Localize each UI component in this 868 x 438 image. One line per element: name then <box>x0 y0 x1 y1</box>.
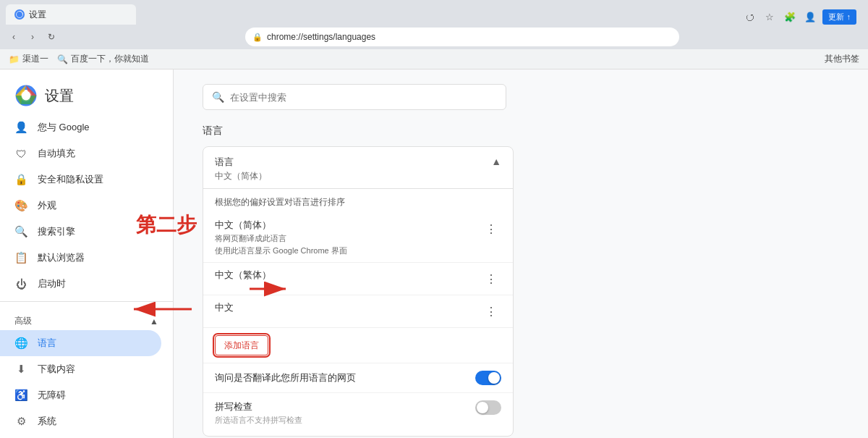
nav-buttons: ‹ › ↻ <box>6 29 59 45</box>
sidebar-label-startup: 启动时 <box>38 277 66 290</box>
card-header-title: 语言 <box>215 156 267 169</box>
sidebar-label-google: 您与 Google <box>38 121 90 134</box>
shield-icon: 🛡 <box>14 148 27 160</box>
chrome-logo <box>14 84 38 107</box>
baidu-icon: 🔍 <box>57 54 68 64</box>
profile-icon[interactable]: 👤 <box>802 9 818 25</box>
sidebar-item-google-account[interactable]: 👤 您与 Google <box>0 114 173 140</box>
extension-icon[interactable]: 🧩 <box>782 9 798 25</box>
advanced-section-label: 高级 ▲ <box>0 306 173 330</box>
translate-toggle-knob <box>488 372 500 384</box>
advanced-label-text: 高级 <box>14 315 32 327</box>
bookmark-channel[interactable]: 📁 渠道一 <box>9 53 48 65</box>
sidebar-divider <box>0 301 173 302</box>
search-box[interactable]: 🔍 <box>203 84 506 110</box>
chevron-up-icon: ▲ <box>150 316 158 327</box>
section-title: 语言 <box>203 125 839 138</box>
card-section-label: 根据您的偏好设置对语言进行排序 <box>203 189 513 213</box>
back-btn[interactable]: ‹ <box>6 29 22 45</box>
bookmark-baidu-label: 百度一下，你就知道 <box>71 53 149 65</box>
update-button[interactable]: 更新 ↑ <box>822 9 856 25</box>
sidebar-label-appearance: 外观 <box>38 199 56 212</box>
accessibility-icon: ♿ <box>14 389 27 402</box>
forward-btn[interactable]: › <box>25 29 41 45</box>
lang-name-1: 中文（简体） <box>215 219 347 232</box>
spellcheck-desc: 所选语言不支持拼写检查 <box>215 415 302 426</box>
translate-toggle-row: 询问是否翻译此您所用语言的网页 <box>203 363 513 393</box>
language-item-chinese: 中文 ⋮ <box>203 295 513 328</box>
tab-favicon <box>14 9 25 20</box>
sidebar-label-accessibility: 无障碍 <box>38 389 66 402</box>
lang-desc-1a: 将网页翻译成此语言 <box>215 233 347 244</box>
lang-desc-1b: 使用此语言显示 Google Chrome 界面 <box>215 245 347 256</box>
card-header-subtitle: 中文（简体） <box>215 170 267 182</box>
bookmarks-bar: 📁 渠道一 🔍 百度一下，你就知道 其他书签 <box>0 49 868 70</box>
lang-info-1: 中文（简体） 将网页翻译成此语言 使用此语言显示 Google Chrome 界… <box>215 219 347 256</box>
reload-btn[interactable]: ↻ <box>43 29 59 45</box>
main-content: 🔍 语言 语言 中文（简体） ▲ 根据您的偏好设置对语言进行排序 中文（简体） … <box>174 70 868 438</box>
sidebar-item-appearance[interactable]: 🎨 外观 <box>0 193 173 219</box>
translate-toggle[interactable] <box>475 371 501 385</box>
bookmark-baidu[interactable]: 🔍 百度一下，你就知道 <box>57 53 149 65</box>
minimize-btn[interactable]: ⭯ <box>741 9 757 25</box>
languages-card: 语言 中文（简体） ▲ 根据您的偏好设置对语言进行排序 中文（简体） 将网页翻译… <box>203 146 514 437</box>
search-sidebar-icon: 🔍 <box>14 225 27 238</box>
card-header: 语言 中文（简体） ▲ <box>203 147 513 189</box>
system-icon: ⚙ <box>14 415 27 428</box>
sidebar-item-accessibility[interactable]: ♿ 无障碍 <box>0 382 173 408</box>
lang-info-2: 中文（繁体） <box>215 269 271 282</box>
startup-icon: ⏻ <box>14 278 27 290</box>
sidebar-label-browser: 默认浏览器 <box>38 251 85 264</box>
settings-header: 设置 <box>0 70 173 114</box>
sidebar-item-default-browser[interactable]: 📋 默认浏览器 <box>0 245 173 271</box>
search-input[interactable] <box>230 92 497 103</box>
lang-menu-btn-3[interactable]: ⋮ <box>481 301 501 321</box>
collapse-icon[interactable]: ▲ <box>491 156 501 167</box>
download-icon: ⬇ <box>14 363 27 376</box>
sidebar-item-autofill[interactable]: 🛡 自动填充 <box>0 140 173 167</box>
sidebar-label-autofill: 自动填充 <box>38 147 75 160</box>
tab-title: 设置 <box>29 9 46 21</box>
active-tab[interactable]: 设置 <box>6 4 136 25</box>
lang-menu-btn-1[interactable]: ⋮ <box>481 219 501 239</box>
lock-sidebar-icon: 🔒 <box>14 173 27 186</box>
toolbar-right: ⭯ ☆ 🧩 👤 更新 ↑ <box>741 9 862 25</box>
sidebar-item-system[interactable]: ⚙ 系统 <box>0 408 173 434</box>
globe-icon: 🌐 <box>14 337 27 350</box>
lang-info-3: 中文 <box>215 301 234 314</box>
search-icon: 🔍 <box>212 91 224 103</box>
sidebar: 设置 👤 您与 Google 🛡 自动填充 🔒 安全和隐私设置 🎨 外观 🔍 搜… <box>0 70 174 438</box>
other-bookmarks[interactable]: 其他书签 <box>825 53 859 65</box>
bookmark-icon: 📁 <box>9 54 20 64</box>
browser-icon: 📋 <box>14 251 27 264</box>
sidebar-item-reset[interactable]: ⏺ 重置并清理 <box>0 434 173 438</box>
language-item-traditional: 中文（繁体） ⋮ <box>203 263 513 295</box>
settings-page-title: 设置 <box>45 86 74 106</box>
paint-icon: 🎨 <box>14 199 27 212</box>
lang-menu-btn-2[interactable]: ⋮ <box>481 269 501 289</box>
person-icon: 👤 <box>14 121 27 134</box>
url-text: chrome://settings/languages <box>267 32 375 42</box>
lang-name-2: 中文（繁体） <box>215 269 271 282</box>
translate-toggle-label: 询问是否翻译此您所用语言的网页 <box>215 371 475 384</box>
sidebar-label-search: 搜索引擎 <box>38 225 75 238</box>
sidebar-item-languages[interactable]: 🌐 语言 <box>0 330 161 356</box>
add-lang-row: 添加语言 <box>203 328 513 363</box>
bookmark-channel-label: 渠道一 <box>22 53 48 65</box>
add-language-button[interactable]: 添加语言 <box>215 335 268 355</box>
spellcheck-title: 拼写检查 <box>215 400 302 413</box>
spellcheck-toggle[interactable] <box>475 400 501 415</box>
sidebar-item-privacy[interactable]: 🔒 安全和隐私设置 <box>0 167 173 193</box>
tab-bar: 设置 ⭯ ☆ 🧩 👤 更新 ↑ <box>0 0 868 25</box>
address-bar[interactable]: 🔒 chrome://settings/languages <box>245 28 679 46</box>
star-btn[interactable]: ☆ <box>762 9 778 25</box>
sidebar-label-languages: 语言 <box>38 337 56 350</box>
sidebar-item-search[interactable]: 🔍 搜索引擎 <box>0 219 173 245</box>
language-item-simplified: 中文（简体） 将网页翻译成此语言 使用此语言显示 Google Chrome 界… <box>203 213 513 263</box>
svg-point-3 <box>22 91 31 101</box>
sidebar-label-system: 系统 <box>38 415 56 428</box>
spell-check-row: 拼写检查 所选语言不支持拼写检查 <box>203 393 513 436</box>
sidebar-item-downloads[interactable]: ⬇ 下载内容 <box>0 356 173 382</box>
sidebar-label-downloads: 下载内容 <box>38 363 75 376</box>
sidebar-item-startup[interactable]: ⏻ 启动时 <box>0 271 173 297</box>
